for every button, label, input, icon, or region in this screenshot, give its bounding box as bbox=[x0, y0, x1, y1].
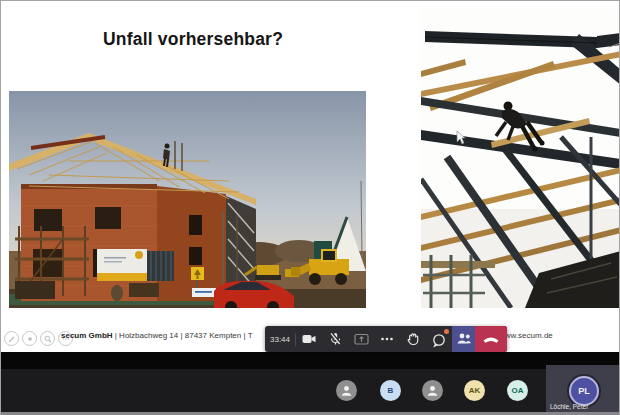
person-silhouette-icon bbox=[339, 383, 354, 398]
avatar-initials: AK bbox=[469, 386, 481, 395]
active-speaker-tile[interactable]: PL Löchle, Peter bbox=[546, 365, 620, 412]
pen-icon[interactable] bbox=[4, 331, 19, 346]
house-construction-photo bbox=[9, 91, 366, 308]
participant-avatar[interactable] bbox=[422, 380, 443, 401]
active-speaker-avatar: PL bbox=[571, 378, 597, 404]
magnifier-icon[interactable] bbox=[40, 331, 55, 346]
people-button[interactable] bbox=[452, 326, 475, 352]
slide-title: Unfall vorhersehbar? bbox=[103, 29, 283, 50]
meeting-timer: 33:44 bbox=[265, 335, 295, 344]
participant-avatar[interactable]: AK bbox=[464, 380, 485, 401]
hangup-button[interactable] bbox=[475, 326, 507, 352]
notification-badge bbox=[444, 329, 449, 334]
camera-icon bbox=[301, 331, 317, 347]
mic-button[interactable] bbox=[322, 326, 348, 352]
more-options-button[interactable] bbox=[374, 326, 400, 352]
more-options-icon bbox=[379, 331, 395, 347]
steel-photo-graphic bbox=[421, 9, 620, 308]
participant-avatar[interactable]: OA bbox=[507, 380, 528, 401]
people-icon bbox=[456, 331, 472, 347]
participant-avatar[interactable] bbox=[336, 380, 357, 401]
laser-pointer-icon[interactable] bbox=[22, 331, 37, 346]
raise-hand-icon bbox=[405, 331, 421, 347]
steel-worker-photo bbox=[421, 9, 620, 308]
share-screen-icon bbox=[353, 331, 370, 347]
footer-company: secum GmbH bbox=[61, 331, 113, 340]
meeting-control-bar: 33:44 bbox=[265, 326, 507, 352]
chat-button[interactable] bbox=[426, 326, 452, 352]
person-silhouette-icon bbox=[425, 383, 440, 398]
footer-address: | Holzbachweg 14 | 87437 Kempten | T bbox=[113, 331, 253, 340]
avatar-initials: B bbox=[388, 386, 394, 395]
mic-muted-icon bbox=[327, 331, 343, 347]
avatar-initials: OA bbox=[512, 386, 524, 395]
hangup-icon bbox=[482, 334, 500, 344]
raise-hand-button[interactable] bbox=[400, 326, 426, 352]
house-photo-graphic bbox=[9, 91, 366, 308]
camera-button[interactable] bbox=[296, 326, 322, 352]
share-screen-button[interactable] bbox=[348, 326, 374, 352]
footer-website: www.secum.de bbox=[499, 331, 553, 340]
teams-meeting-window: Unfall vorhersehbar? bbox=[0, 0, 620, 415]
slide-footer: secum GmbH | Holzbachweg 14 | 87437 Kemp… bbox=[61, 331, 253, 340]
participant-avatar[interactable]: B bbox=[380, 380, 401, 401]
active-speaker-name: Löchle, Peter bbox=[550, 403, 588, 410]
